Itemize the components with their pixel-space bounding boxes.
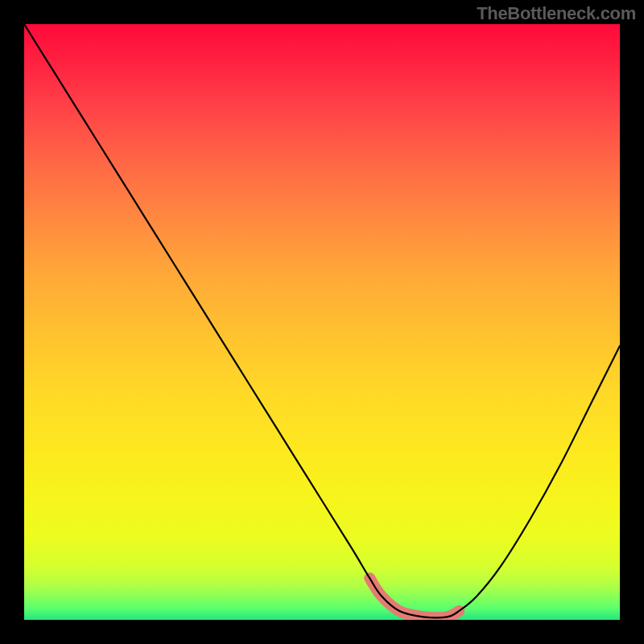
watermark-text: TheBottleneck.com (477, 3, 636, 24)
plot-area (24, 24, 620, 620)
bottleneck-curve-path (24, 24, 620, 617)
chart-container: TheBottleneck.com (0, 0, 644, 644)
chart-svg (24, 24, 620, 620)
